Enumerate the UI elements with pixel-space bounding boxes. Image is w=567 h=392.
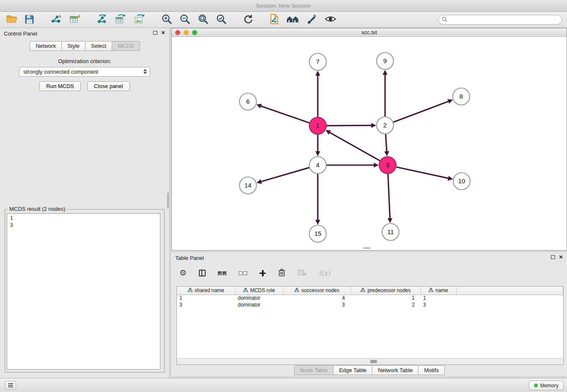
deselect-all-rows-button[interactable] xyxy=(237,271,248,276)
node-table: shared name MCDS role successor nodes pr… xyxy=(176,286,564,365)
cell-shared-name[interactable]: 3 xyxy=(177,301,235,308)
table-row: 3 dominator 3 2 3 xyxy=(177,301,563,308)
main-toolbar xyxy=(0,12,567,28)
zoom-fit-button[interactable] xyxy=(196,13,210,27)
paintbrush-icon xyxy=(306,14,317,25)
mcds-result-item[interactable]: 1 xyxy=(7,215,160,222)
refresh-view-button[interactable] xyxy=(241,13,255,26)
network-window-titlebar[interactable]: × − + scc.txt xyxy=(172,28,567,37)
cell-name[interactable]: 1 xyxy=(421,295,456,301)
show-columns-button[interactable] xyxy=(198,269,207,277)
close-panel-icon[interactable]: × xyxy=(161,30,165,35)
column-header-predecessor-nodes[interactable]: predecessor nodes xyxy=(351,287,421,295)
memory-button[interactable]: Memory xyxy=(529,381,564,390)
graph-node-label-14: 14 xyxy=(245,182,252,189)
close-panel-button[interactable]: Close panel xyxy=(87,81,130,91)
columns-icon xyxy=(199,270,206,276)
mcds-result-item[interactable]: 3 xyxy=(7,222,160,229)
select-all-rows-button[interactable] xyxy=(217,271,228,276)
column-header-successor-nodes[interactable]: successor nodes xyxy=(283,287,351,295)
cell-mcds-role[interactable]: dominator xyxy=(235,301,283,308)
float-panel-icon[interactable] xyxy=(153,31,157,35)
graph-edge-3-10[interactable] xyxy=(396,167,452,179)
run-mcds-button[interactable]: Run MCDS xyxy=(39,81,81,91)
tab-select[interactable]: Select xyxy=(85,41,112,51)
zoom-selected-icon xyxy=(216,14,227,26)
show-graphics-button[interactable] xyxy=(323,14,338,25)
save-session-button[interactable] xyxy=(23,14,36,26)
table-hscroll-thumb[interactable] xyxy=(370,360,377,363)
cell-successor-nodes[interactable]: 3 xyxy=(283,301,351,308)
column-header-name[interactable]: name xyxy=(421,287,456,295)
mcds-result-list[interactable]: 1 3 xyxy=(7,213,160,370)
delete-column-button[interactable] xyxy=(277,268,287,279)
style-brush-button[interactable] xyxy=(305,13,319,26)
control-panel-scrollbar[interactable] xyxy=(167,193,169,209)
export-web-button[interactable] xyxy=(268,13,281,27)
function-builder-button[interactable]: f(x) xyxy=(317,268,331,278)
minimize-window-icon[interactable]: − xyxy=(184,30,189,35)
attribute-tree-icon xyxy=(295,287,299,293)
export-network-button[interactable] xyxy=(95,13,109,26)
cell-shared-name[interactable]: 1 xyxy=(177,295,235,301)
tab-edge-table[interactable]: Edge Table xyxy=(333,365,372,375)
task-history-button[interactable] xyxy=(5,381,16,389)
delete-table-button[interactable] xyxy=(297,268,308,278)
network-hscroll-thumb[interactable] xyxy=(363,247,371,249)
float-table-panel-icon[interactable] xyxy=(551,255,555,259)
memory-status-icon xyxy=(534,384,538,387)
cell-mcds-role[interactable]: dominator xyxy=(235,295,283,301)
tab-network-table[interactable]: Network Table xyxy=(372,365,418,375)
tab-network[interactable]: Network xyxy=(30,41,62,51)
graph-edge-2-3[interactable] xyxy=(385,134,387,155)
maximize-window-icon[interactable]: + xyxy=(192,30,197,35)
export-table-button[interactable] xyxy=(113,13,128,26)
criterion-select[interactable]: strongly connected component xyxy=(19,67,150,77)
zoom-out-button[interactable] xyxy=(178,13,192,27)
floppy-disk-icon xyxy=(25,14,34,25)
home-button[interactable] xyxy=(285,13,300,26)
control-panel: Control Panel × Network Style Select MCD… xyxy=(0,28,170,378)
eye-icon xyxy=(325,15,336,25)
tab-mcds[interactable]: MCDS xyxy=(112,41,140,51)
cell-successor-nodes[interactable]: 4 xyxy=(283,295,351,301)
plus-icon xyxy=(259,270,266,276)
attribute-tree-icon xyxy=(188,287,193,293)
network-canvas[interactable]: 7968124314101511 xyxy=(172,37,567,250)
close-window-icon[interactable]: × xyxy=(175,30,180,35)
select-arrows-icon xyxy=(143,69,147,74)
graph-edge-1-6[interactable] xyxy=(258,105,309,123)
add-column-button[interactable] xyxy=(258,269,267,277)
cell-name[interactable]: 3 xyxy=(421,301,456,308)
table-hscrollbar[interactable] xyxy=(177,358,563,364)
graph-edge-3-11[interactable] xyxy=(388,174,390,222)
column-header-mcds-role[interactable]: MCDS role xyxy=(235,287,283,295)
search-input[interactable] xyxy=(449,17,560,23)
zoom-selected-button[interactable] xyxy=(215,13,228,27)
fx-icon: f(x) xyxy=(319,269,330,277)
graph-edge-2-8[interactable] xyxy=(394,100,452,122)
attribute-tree-icon xyxy=(243,287,248,293)
tab-style[interactable]: Style xyxy=(61,41,85,51)
graph-edge-1-2[interactable] xyxy=(327,125,375,126)
table-settings-button[interactable]: ⚙ xyxy=(178,268,188,278)
cell-predecessor-nodes[interactable]: 2 xyxy=(351,301,421,308)
cell-predecessor-nodes[interactable]: 1 xyxy=(351,295,421,301)
tab-node-table[interactable]: Node Table xyxy=(294,365,334,375)
column-header-shared-name[interactable]: shared name xyxy=(177,287,235,295)
zoom-in-button[interactable] xyxy=(160,13,173,27)
tab-motifs[interactable]: Motifs xyxy=(418,365,445,375)
graph-node-label-9: 9 xyxy=(383,57,387,64)
gear-icon: ⚙ xyxy=(179,269,187,277)
control-panel-title: Control Panel xyxy=(4,30,37,37)
search-field[interactable] xyxy=(438,15,562,25)
window-title: Session: New Session xyxy=(256,3,311,9)
home-pair-icon xyxy=(286,14,299,25)
graph-edge-4-14[interactable] xyxy=(258,168,309,182)
open-session-button[interactable] xyxy=(5,14,19,26)
graph-edge-3-1[interactable] xyxy=(327,131,380,161)
close-table-panel-icon[interactable]: × xyxy=(559,254,563,259)
import-table-button[interactable] xyxy=(68,13,82,26)
export-image-button[interactable] xyxy=(132,13,147,26)
import-network-button[interactable] xyxy=(49,13,63,26)
